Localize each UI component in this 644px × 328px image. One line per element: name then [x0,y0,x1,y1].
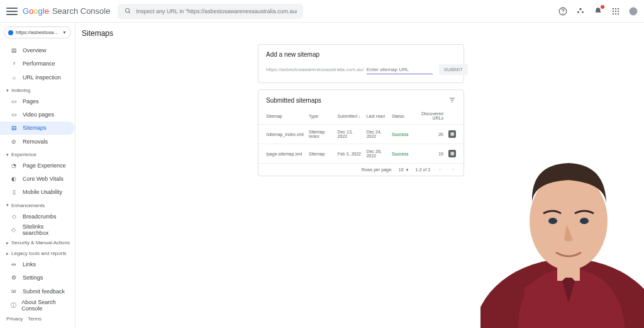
svg-point-10 [613,10,614,11]
submit-sitemap-button[interactable]: SUBMIT [439,64,468,75]
svg-point-9 [618,8,619,9]
svg-line-1 [129,12,130,13]
svg-point-22 [548,218,557,224]
link-icon: ⇔ [10,261,18,268]
gear-icon: ⚙ [10,274,18,281]
svg-point-5 [577,11,579,13]
section-security[interactable]: ▸Security & Manual Actions [0,236,75,247]
nav-sitelinks-searchbox[interactable]: ◇Sitelinks searchbox [0,223,75,236]
hamburger-icon[interactable] [6,6,18,17]
col-submitted[interactable]: Submitted ↓ [335,108,364,125]
nav-about[interactable]: ⓘAbout Search Console [0,298,75,312]
svg-point-13 [613,13,614,14]
add-sitemap-card: Add a new sitemap https://asbestosawaren… [258,44,464,83]
search-icon [124,7,132,16]
col-last-read[interactable]: Last read [364,108,389,125]
row-chart-icon[interactable]: ▦ [448,130,456,138]
range-label: 1-2 of 2 [416,167,431,172]
nav-url-inspection[interactable]: ⌕URL inspection [0,71,75,84]
svg-point-7 [613,8,614,9]
remove-icon: ⊘ [10,138,18,145]
svg-rect-24 [557,262,580,281]
mobile-icon: ▯ [10,188,18,196]
property-selector[interactable]: https://asbestosawa... ▼ [4,26,71,38]
col-type[interactable]: Type [306,108,335,125]
col-status[interactable]: Status [389,108,411,125]
nav-page-experience[interactable]: ◔Page Experience [0,159,75,172]
submitted-title: Submitted sitemaps [266,97,321,104]
apps-icon[interactable] [611,7,620,16]
privacy-link[interactable]: Privacy [6,316,23,322]
add-sitemap-title: Add a new sitemap [258,45,464,62]
url-inspect-input[interactable] [136,8,297,14]
prev-page-button[interactable]: ‹ [436,167,443,172]
nav-overview[interactable]: ▤Overview [0,43,75,57]
nav-sitemaps[interactable]: ▤Sitemaps [0,122,75,135]
feedback-icon: ✉ [10,288,18,295]
breadcrumb-icon: ◇ [10,213,18,220]
trend-icon: 〃 [10,60,18,67]
terms-link[interactable]: Terms [28,316,42,322]
section-legacy[interactable]: ▸Legacy tools and reports [0,247,75,257]
nav-submit-feedback[interactable]: ✉Submit feedback [0,285,75,298]
rows-per-page-label: Rows per page: [362,167,392,172]
pages-icon: ▭ [10,98,18,105]
svg-point-3 [563,13,564,14]
svg-point-21 [530,172,608,270]
searchbox-icon: ◇ [10,226,18,234]
nav-video-pages[interactable]: ▭Video pages [0,108,75,121]
url-inspect-bar[interactable] [118,4,303,19]
svg-point-0 [126,8,130,12]
table-row[interactable]: /sitemap_index.xml Sitemap index Dec 13,… [258,125,464,144]
nav-mobile-usability[interactable]: ▯Mobile Usability [0,186,75,199]
svg-point-23 [580,218,589,224]
magnifier-icon: ⌕ [10,74,18,81]
section-indexing[interactable]: ▾Indexing [0,84,75,94]
property-label: https://asbestosawa... [16,30,60,35]
svg-point-15 [618,13,619,14]
nav-removals[interactable]: ⊘Removals [0,135,75,148]
svg-point-20 [480,259,644,328]
svg-point-16 [630,7,638,15]
section-enhancements[interactable]: ▾Enhancements [0,199,75,210]
nav-links[interactable]: ⇔Links [0,257,75,271]
filter-icon[interactable] [448,96,456,104]
chevron-down-icon: ▼ [62,30,67,35]
svg-point-12 [618,10,619,11]
row-chart-icon[interactable]: ▦ [448,150,456,157]
property-dot-icon [8,30,13,35]
nav-settings[interactable]: ⚙Settings [0,271,75,285]
sort-down-icon: ↓ [358,114,361,118]
svg-point-14 [615,13,616,14]
svg-point-8 [615,8,616,9]
nav-pages[interactable]: ▭Pages [0,94,75,108]
chevron-down-icon: ▼ [406,168,409,172]
submitted-sitemaps-card: Submitted sitemaps Sitemap Type Submitte… [258,89,464,176]
page-title: Sitemaps [75,23,644,44]
info-icon: ⓘ [10,302,16,309]
logo: Google Search Console [23,6,110,16]
chart-icon: ▤ [10,47,18,54]
rows-per-page-select[interactable]: 10▼ [399,167,409,172]
vitals-icon: ◐ [10,175,18,183]
section-experience[interactable]: ▾Experience [0,148,75,159]
sitemap-icon: ▤ [10,124,18,132]
svg-point-6 [582,11,584,13]
col-discovered[interactable]: Discovered URLs [411,108,446,125]
svg-point-11 [615,10,616,11]
nav-core-web-vitals[interactable]: ◐Core Web Vitals [0,172,75,185]
col-sitemap[interactable]: Sitemap [258,108,306,125]
people-icon[interactable] [576,7,585,16]
video-icon: ▭ [10,111,18,118]
notifications-icon[interactable] [594,7,602,16]
help-icon[interactable] [558,7,567,16]
experience-icon: ◔ [10,162,18,169]
nav-breadcrumbs[interactable]: ◇Breadcrumbs [0,210,75,223]
sitemap-url-input[interactable] [367,65,433,74]
table-row[interactable]: /page-sitemap.xml Sitemap Feb 3, 2022 De… [258,144,464,164]
svg-point-4 [579,8,582,10]
next-page-button[interactable]: › [450,167,456,172]
account-avatar[interactable] [629,7,638,16]
sitemap-url-prefix: https://asbestosawarenessaustralia.com.a… [266,67,364,72]
nav-performance[interactable]: 〃Performance [0,57,75,71]
